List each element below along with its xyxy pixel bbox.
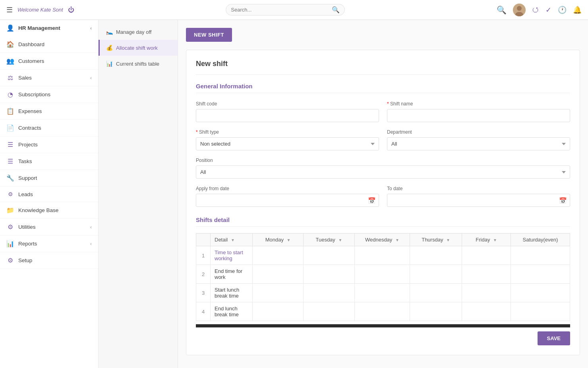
row-saturday-even[interactable] — [511, 284, 570, 302]
monday-input-3[interactable] — [257, 290, 299, 296]
row-saturday-even[interactable] — [511, 302, 570, 321]
share-icon[interactable]: ⭯ — [532, 6, 539, 14]
position-select[interactable]: All Manager Staff Supervisor — [196, 166, 570, 179]
search-input[interactable] — [231, 7, 332, 13]
sidebar-item-knowledge-base[interactable]: 📁 Knowledge Base — [0, 202, 98, 219]
row-monday[interactable] — [253, 284, 304, 302]
friday-input-4[interactable] — [466, 309, 506, 315]
row-thursday[interactable] — [410, 246, 462, 265]
row-monday[interactable] — [253, 265, 304, 284]
monday-input-1[interactable] — [257, 253, 299, 259]
row-monday[interactable] — [253, 302, 304, 321]
thursday-input-3[interactable] — [414, 290, 458, 296]
sidebar-item-support[interactable]: 🔧 Support — [0, 170, 98, 187]
sidebar-item-tasks[interactable]: ☰ Tasks — [0, 153, 98, 170]
sidebar-item-setup[interactable]: ⚙ Setup — [0, 252, 98, 269]
tuesday-input-3[interactable] — [308, 290, 350, 296]
wednesday-input-2[interactable] — [359, 271, 406, 277]
check-icon[interactable]: ✓ — [545, 6, 551, 14]
row-friday[interactable] — [462, 265, 511, 284]
row-wednesday[interactable] — [355, 284, 410, 302]
row-num: 2 — [196, 265, 211, 284]
tuesday-input-1[interactable] — [308, 253, 350, 259]
sidebar-item-leads[interactable]: ⚙ Leads — [0, 187, 98, 202]
tuesday-input-4[interactable] — [308, 309, 350, 315]
to-date-input[interactable] — [387, 194, 570, 207]
sidebar-item-reports[interactable]: 📊 Reports ‹ — [0, 236, 98, 252]
sidebar-item-dashboard[interactable]: 🏠 Dashboard — [0, 36, 98, 53]
wednesday-input-3[interactable] — [359, 290, 406, 296]
save-button[interactable]: SAVE — [538, 331, 570, 345]
thursday-input-4[interactable] — [414, 309, 458, 315]
friday-input-1[interactable] — [466, 253, 506, 259]
thursday-input-2[interactable] — [414, 271, 458, 277]
row-saturday-even[interactable] — [511, 265, 570, 284]
row-tuesday[interactable] — [303, 265, 354, 284]
filter-icon-detail[interactable]: ▼ — [231, 238, 235, 242]
save-area: SAVE — [196, 327, 570, 345]
saturday-even-input-3[interactable] — [515, 290, 566, 296]
monday-input-2[interactable] — [257, 271, 299, 277]
avatar[interactable] — [513, 4, 526, 16]
sidebar-item-contracts[interactable]: 📄 Contracts — [0, 120, 98, 136]
horizontal-scrollbar[interactable] — [196, 324, 570, 327]
sidebar-item-label: Tasks — [18, 158, 32, 164]
filter-icon-monday[interactable]: ▼ — [287, 238, 291, 242]
filter-icon-friday[interactable]: ▼ — [493, 238, 497, 242]
row-thursday[interactable] — [410, 265, 462, 284]
monday-input-4[interactable] — [257, 309, 299, 315]
filter-icon-wednesday[interactable]: ▼ — [395, 238, 399, 242]
bell-icon[interactable]: 🔔 — [573, 6, 582, 14]
row-friday[interactable] — [462, 284, 511, 302]
shift-type-select[interactable]: Non selected Morning Afternoon Night — [196, 137, 379, 150]
tuesday-input-2[interactable] — [308, 271, 350, 277]
sidebar-item-customers[interactable]: 👥 Customers — [0, 53, 98, 70]
row-friday[interactable] — [462, 246, 511, 265]
row-friday[interactable] — [462, 302, 511, 321]
row-monday[interactable] — [253, 246, 304, 265]
sub-nav-allocate-shift-work[interactable]: 💰 Allocate shift work — [99, 40, 178, 56]
row-tuesday[interactable] — [303, 302, 354, 321]
shift-code-input[interactable] — [196, 109, 379, 122]
saturday-even-input-2[interactable] — [515, 271, 566, 277]
friday-input-2[interactable] — [466, 271, 506, 277]
sidebar-item-utilities[interactable]: ⚙ Utilities ‹ — [0, 219, 98, 236]
row-wednesday[interactable] — [355, 302, 410, 321]
row-thursday[interactable] — [410, 284, 462, 302]
clock-icon[interactable]: 🕐 — [558, 6, 567, 14]
shift-name-input[interactable] — [387, 109, 570, 122]
saturday-even-input-4[interactable] — [515, 309, 566, 315]
sidebar-item-projects[interactable]: ☰ Projects — [0, 136, 98, 153]
power-icon[interactable]: ⏻ — [68, 6, 74, 14]
department-select[interactable]: All HR Finance IT — [387, 137, 570, 150]
thursday-input-1[interactable] — [414, 253, 458, 259]
apply-from-date-input[interactable] — [196, 194, 379, 207]
row-wednesday[interactable] — [355, 265, 410, 284]
sidebar-item-hr-management[interactable]: 👤 HR Management ‹ — [0, 20, 98, 36]
row-tuesday[interactable] — [303, 246, 354, 265]
hamburger-icon[interactable]: ☰ — [6, 6, 13, 14]
wednesday-input-1[interactable] — [359, 253, 406, 259]
sidebar-item-sales[interactable]: ⚖ Sales ‹ — [0, 70, 98, 86]
new-shift-button[interactable]: NEW SHIFT — [186, 28, 232, 42]
row-saturday-even[interactable] — [511, 246, 570, 265]
sub-nav-current-shifts-table[interactable]: 📊 Current shifts table — [99, 56, 178, 72]
dashboard-icon: 🏠 — [6, 41, 14, 48]
row-tuesday[interactable] — [303, 284, 354, 302]
sub-nav-manage-day-off[interactable]: 🛌 Manage day off — [99, 24, 178, 40]
saturday-even-input-1[interactable] — [515, 253, 566, 259]
search-icon[interactable]: 🔍 — [332, 6, 340, 14]
sidebar-item-subscriptions[interactable]: ◔ Subscriptions — [0, 86, 98, 103]
filter-icon-thursday[interactable]: ▼ — [446, 238, 450, 242]
sidebar-item-expenses[interactable]: 📋 Expenses — [0, 103, 98, 120]
search-icon-header[interactable]: 🔍 — [497, 5, 507, 15]
row-wednesday[interactable] — [355, 246, 410, 265]
reports-icon: 📊 — [6, 240, 14, 247]
friday-input-3[interactable] — [466, 290, 506, 296]
sub-nav: 🛌 Manage day off 💰 Allocate shift work 📊… — [99, 20, 178, 368]
calendar-icon[interactable]: 📅 — [368, 197, 376, 204]
wednesday-input-4[interactable] — [359, 309, 406, 315]
calendar-icon-to[interactable]: 📅 — [559, 197, 567, 204]
row-thursday[interactable] — [410, 302, 462, 321]
filter-icon-tuesday[interactable]: ▼ — [338, 238, 342, 242]
